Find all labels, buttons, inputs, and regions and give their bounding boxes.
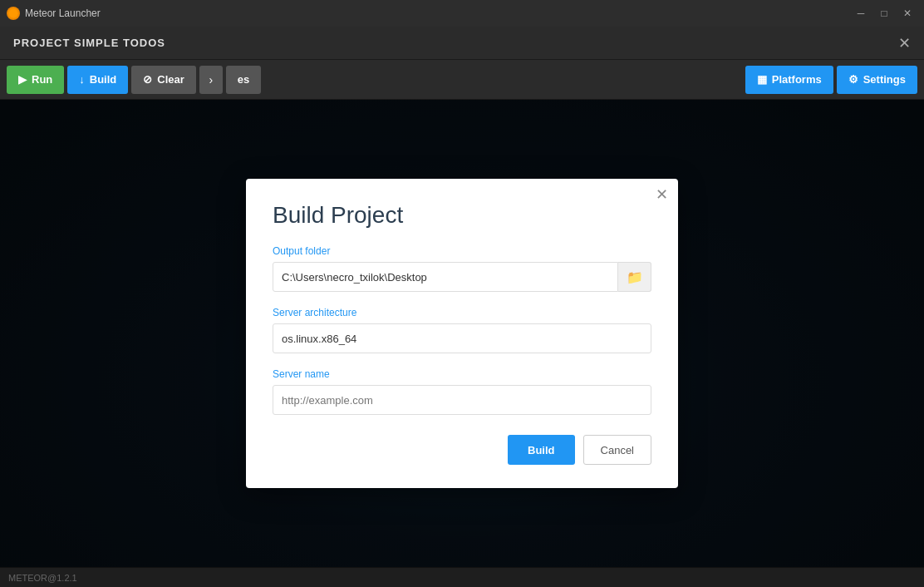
modal-actions: Build Cancel	[273, 435, 651, 465]
window-close-button[interactable]: ✕	[897, 6, 917, 21]
more-label-button[interactable]: es	[226, 66, 261, 94]
window-controls: ─ □ ✕	[851, 6, 917, 21]
app-window: PROJECT SIMPLE TODOS ✕ ▶ Run ↓ Build ⊘ C…	[0, 27, 924, 587]
settings-icon: ⚙	[848, 73, 858, 86]
title-bar-left: Meteor Launcher	[7, 7, 101, 20]
modal-build-button[interactable]: Build	[508, 435, 575, 465]
server-arch-group: Server architecture	[273, 307, 651, 353]
modal-overlay: ✕ Build Project Output folder 📁 Server a…	[0, 100, 924, 567]
toolbar: ▶ Run ↓ Build ⊘ Clear › es ▦ Platforms ⚙…	[0, 60, 924, 100]
status-bar: METEOR@1.2.1	[0, 567, 924, 587]
server-name-label: Server name	[273, 368, 651, 380]
output-folder-input[interactable]	[273, 262, 618, 292]
status-text: METEOR@1.2.1	[8, 573, 77, 583]
server-arch-label: Server architecture	[273, 307, 651, 318]
folder-icon: 📁	[627, 269, 643, 285]
output-folder-group: Output folder 📁	[273, 245, 651, 292]
title-bar: Meteor Launcher ─ □ ✕	[0, 0, 924, 27]
browse-folder-button[interactable]: 📁	[618, 262, 651, 292]
main-content: ✕ Build Project Output folder 📁 Server a…	[0, 100, 924, 567]
platforms-icon: ▦	[757, 73, 767, 86]
clear-label: Clear	[157, 73, 184, 86]
modal-cancel-button[interactable]: Cancel	[583, 435, 651, 465]
chevron-right-icon: ›	[209, 73, 213, 86]
more-button[interactable]: ›	[199, 66, 223, 94]
modal-close-button[interactable]: ✕	[656, 187, 668, 202]
more-label: es	[238, 73, 249, 86]
app-name: Meteor Launcher	[25, 7, 101, 19]
output-folder-row: 📁	[273, 262, 651, 292]
settings-label: Settings	[863, 73, 906, 86]
server-arch-input[interactable]	[273, 323, 651, 353]
app-close-button[interactable]: ✕	[898, 36, 911, 51]
build-project-modal: ✕ Build Project Output folder 📁 Server a…	[246, 179, 678, 488]
settings-button[interactable]: ⚙ Settings	[837, 66, 917, 94]
output-folder-label: Output folder	[273, 245, 651, 257]
run-label: Run	[32, 73, 52, 86]
build-button[interactable]: ↓ Build	[67, 66, 128, 94]
run-icon: ▶	[18, 73, 27, 86]
server-name-input[interactable]	[273, 385, 651, 415]
app-icon	[7, 7, 20, 20]
maximize-button[interactable]: □	[874, 6, 894, 21]
project-title: PROJECT SIMPLE TODOS	[13, 37, 165, 49]
platforms-label: Platforms	[772, 73, 822, 86]
app-header: PROJECT SIMPLE TODOS ✕	[0, 27, 924, 60]
server-name-group: Server name	[273, 368, 651, 415]
build-icon: ↓	[79, 73, 85, 86]
clear-button[interactable]: ⊘ Clear	[131, 66, 196, 94]
minimize-button[interactable]: ─	[851, 6, 871, 21]
modal-title: Build Project	[273, 202, 651, 229]
run-button[interactable]: ▶ Run	[7, 66, 64, 94]
platforms-button[interactable]: ▦ Platforms	[745, 66, 833, 94]
build-label: Build	[90, 73, 117, 86]
clear-icon: ⊘	[143, 73, 152, 86]
